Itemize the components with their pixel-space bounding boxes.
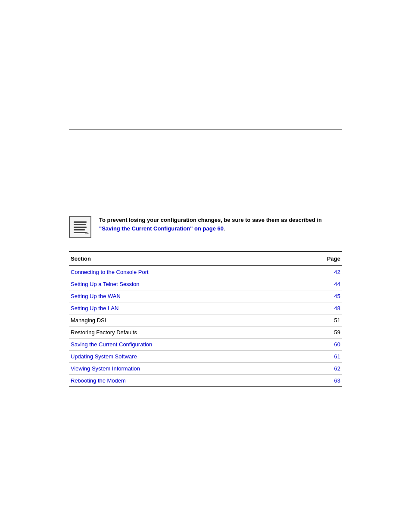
note-icon-line-4 — [74, 229, 85, 230]
section-link[interactable]: Updating System Software — [71, 353, 137, 360]
section-name-cell[interactable]: Setting Up a Telnet Session — [69, 278, 297, 290]
section-link[interactable]: Setting Up the WAN — [71, 293, 121, 299]
section-name-cell: Managing DSL — [69, 314, 297, 327]
section-link[interactable]: Connecting to the Console Port — [71, 269, 149, 275]
page-num-cell: 42 — [297, 266, 342, 278]
page-num-cell: 59 — [297, 327, 342, 339]
table-row: Saving the Current Configuration60 — [69, 339, 342, 351]
section-name-cell[interactable]: Updating System Software — [69, 351, 297, 363]
table-row: Setting Up the LAN48 — [69, 302, 342, 314]
table-row: Rebooting the Modem63 — [69, 375, 342, 387]
table-row: Setting Up the WAN45 — [69, 290, 342, 302]
table-header-row: Section Page — [69, 252, 342, 266]
table-row: Restoring Factory Defaults59 — [69, 327, 342, 339]
section-column-header: Section — [69, 252, 297, 266]
page-num-cell: 48 — [297, 302, 342, 314]
toc-table: Section Page Connecting to the Console P… — [69, 251, 342, 387]
note-end-text: . — [224, 225, 225, 232]
section-link[interactable]: Saving the Current Configuration — [71, 341, 152, 348]
table-row: Connecting to the Console Port42 — [69, 266, 342, 278]
pencil-icon: ✏ — [85, 231, 89, 236]
note-box: ✏ To prevent losing your configuration c… — [69, 216, 342, 238]
note-text: To prevent losing your configuration cha… — [99, 216, 342, 233]
section-name-cell[interactable]: Setting Up the WAN — [69, 290, 297, 302]
table-row: Managing DSL51 — [69, 314, 342, 327]
table-row: Viewing System Information62 — [69, 363, 342, 375]
note-icon-line-5 — [74, 232, 87, 233]
table-row: Updating System Software61 — [69, 351, 342, 363]
section-name-cell[interactable]: Setting Up the LAN — [69, 302, 297, 314]
note-icon-line-2 — [74, 224, 86, 225]
section-link[interactable]: Setting Up the LAN — [71, 305, 118, 311]
section-name-cell[interactable]: Saving the Current Configuration — [69, 339, 297, 351]
bottom-rule — [69, 506, 342, 506]
page-num-cell: 62 — [297, 363, 342, 375]
middle-section — [0, 130, 411, 203]
page-container: ✏ To prevent losing your configuration c… — [0, 0, 411, 532]
note-icon: ✏ — [69, 216, 91, 238]
page-num-cell: 60 — [297, 339, 342, 351]
section-name-cell: Restoring Factory Defaults — [69, 327, 297, 339]
section-link[interactable]: Viewing System Information — [71, 365, 140, 372]
table-row: Setting Up a Telnet Session44 — [69, 278, 342, 290]
section-name-cell[interactable]: Viewing System Information — [69, 363, 297, 375]
page-column-header: Page — [297, 252, 342, 266]
table-section: Section Page Connecting to the Console P… — [69, 251, 342, 387]
page-num-cell: 61 — [297, 351, 342, 363]
note-bold-text: To prevent losing your configuration cha… — [99, 217, 322, 223]
section-link[interactable]: Rebooting the Modem — [71, 377, 126, 384]
section-link[interactable]: Setting Up a Telnet Session — [71, 281, 139, 287]
top-spacer — [0, 0, 411, 129]
note-link[interactable]: "Saving the Current Configuration" on pa… — [99, 225, 224, 232]
section-name-cell[interactable]: Rebooting the Modem — [69, 375, 297, 387]
page-num-cell: 51 — [297, 314, 342, 327]
note-icon-line-1 — [74, 221, 87, 223]
page-num-cell: 44 — [297, 278, 342, 290]
page-num-cell: 63 — [297, 375, 342, 387]
note-icon-line-3 — [74, 227, 87, 228]
section-name-cell[interactable]: Connecting to the Console Port — [69, 266, 297, 278]
page-num-cell: 45 — [297, 290, 342, 302]
